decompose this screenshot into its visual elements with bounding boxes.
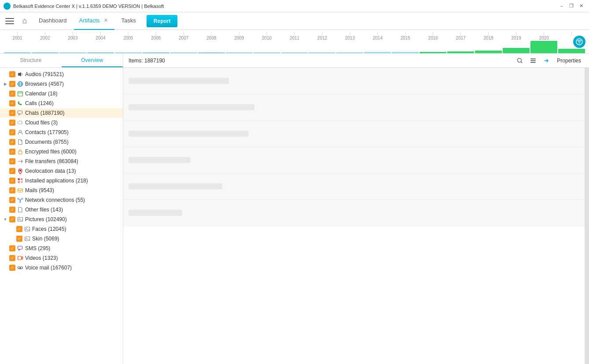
tree-item-skin[interactable]: ✓Skin (5069) [0, 234, 123, 244]
tree-check-voicemail[interactable]: ✓ [9, 265, 15, 271]
tree-check-mails[interactable]: ✓ [9, 187, 15, 193]
tab-structure-label: Structure [20, 57, 41, 63]
tree-expand-calendar [3, 91, 8, 96]
minimize-button[interactable]: − [557, 2, 566, 11]
tree-check-installedapps[interactable]: ✓ [9, 178, 15, 184]
timeline-bar-segment[interactable] [336, 52, 363, 53]
tree-item-network[interactable]: ✓Network connections (55) [0, 195, 123, 205]
tree-item-installedapps[interactable]: ✓Installed applications (218) [0, 176, 123, 186]
tree-check-documents[interactable]: ✓ [9, 139, 15, 145]
tree-item-browsers[interactable]: ▶✓Browsers (4567) [0, 79, 123, 89]
tree-item-voicemail[interactable]: ✓Voice mail (167607) [0, 263, 123, 273]
timeline-bar-segment[interactable] [309, 52, 335, 53]
tree-check-geo[interactable]: ✓ [9, 168, 15, 174]
tab-artifacts[interactable]: Artifacts ✕ [74, 12, 114, 30]
tree-check-calendar[interactable]: ✓ [9, 91, 15, 97]
tree-check-sms[interactable]: ✓ [9, 245, 15, 251]
timeline-bar-segment[interactable] [503, 48, 530, 53]
tree-check-skin[interactable]: ✓ [16, 236, 22, 242]
timeline-bar-segment[interactable] [447, 51, 474, 53]
tree-item-pictures[interactable]: ▼✓Pictures (102490) [0, 215, 123, 224]
report-button[interactable]: Report [147, 15, 178, 27]
tree-item-videos[interactable]: ✓Videos (1323) [0, 253, 123, 263]
titlebar-controls[interactable]: − ❐ ✕ [557, 2, 585, 11]
tree-check-contacts[interactable]: ✓ [9, 129, 15, 135]
tree-item-calendar[interactable]: ✓Calendar (18) [0, 89, 123, 98]
tree-item-audios[interactable]: ✓Audios (791521) [0, 69, 123, 79]
tree-check-cloudfiles[interactable]: ✓ [9, 120, 15, 126]
timeline-bar-segment[interactable] [226, 52, 253, 53]
tree-icon-network [17, 197, 24, 204]
timeline-bar-segment[interactable] [32, 52, 59, 53]
timeline-bar-segment[interactable] [87, 52, 114, 53]
timeline-year: 2007 [170, 32, 198, 40]
tree-item-faces[interactable]: ✓Faces (12045) [0, 224, 123, 234]
tree-check-audios[interactable]: ✓ [9, 71, 15, 77]
tree-check-filetransfers[interactable]: ✓ [9, 158, 15, 164]
timeline-bar-segment[interactable] [198, 52, 225, 53]
timeline-bar-segment[interactable] [530, 41, 557, 53]
tree-check-videos[interactable]: ✓ [9, 255, 15, 261]
tree-item-chats[interactable]: ✓Chats (1887190) [0, 108, 123, 118]
timeline-bar-segment[interactable] [115, 52, 142, 53]
navbar: ⌂ Dashboard Artifacts ✕ Tasks Report [0, 12, 589, 30]
tree-check-browsers[interactable]: ✓ [9, 81, 15, 87]
timeline-bar-segment[interactable] [392, 52, 419, 53]
tree-label-faces: Faces (12045) [32, 226, 120, 232]
timeline-bar-segment[interactable] [170, 52, 197, 53]
tree-item-mails[interactable]: ✓Mails (9543) [0, 186, 123, 195]
tree-item-sms[interactable]: ✓SMS (295) [0, 244, 123, 253]
tree-item-cloudfiles[interactable]: ✓Cloud files (3) [0, 118, 123, 127]
tree-check-calls[interactable]: ✓ [9, 100, 15, 106]
timeline-year: 2011 [281, 32, 309, 40]
tree-item-geo[interactable]: ✓Geolocation data (13) [0, 166, 123, 176]
timeline-bar-segment[interactable] [143, 52, 169, 53]
search-icon[interactable] [515, 55, 525, 66]
timeline-bar-segment[interactable] [420, 52, 446, 53]
tab-artifacts-close[interactable]: ✕ [103, 17, 109, 24]
timeline-filter-icon[interactable] [573, 36, 585, 48]
tree-item-filetransfers[interactable]: ✓File transfers (863084) [0, 157, 123, 166]
svg-point-12 [19, 170, 21, 171]
properties-button[interactable]: Properties [554, 57, 584, 65]
tree-item-contacts[interactable]: ✓Contacts (177905) [0, 127, 123, 137]
home-button[interactable]: ⌂ [18, 14, 32, 28]
close-button[interactable]: ✕ [577, 2, 585, 11]
tab-overview[interactable]: Overview [62, 54, 123, 67]
timeline-bar-segment[interactable] [364, 52, 391, 53]
timeline-bar-segment[interactable] [558, 49, 585, 53]
tree-check-chats[interactable]: ✓ [9, 110, 15, 116]
next-icon[interactable] [541, 55, 552, 66]
tree-expand-browsers[interactable]: ▶ [3, 81, 8, 87]
tree-item-documents[interactable]: ✓Documents (8755) [0, 137, 123, 147]
tree-label-skin: Skin (5069) [32, 236, 120, 242]
list-icon[interactable] [528, 55, 538, 66]
svg-rect-27 [25, 227, 30, 231]
timeline-bar-segment[interactable] [4, 52, 31, 53]
timeline-bar-segment[interactable] [475, 51, 502, 53]
restore-button[interactable]: ❐ [567, 2, 576, 11]
content-header: Items: 1887190 [123, 54, 589, 68]
tree-item-calls[interactable]: ✓Calls (1246) [0, 98, 123, 108]
tree-icon-encrypted [17, 148, 24, 155]
tab-structure[interactable]: Structure [0, 54, 62, 67]
timeline-bar-segment[interactable] [281, 52, 308, 53]
tree-check-faces[interactable]: ✓ [16, 226, 22, 232]
tree-item-otherfiles[interactable]: ✓Other files (143) [0, 205, 123, 215]
timeline-year: 2018 [475, 32, 502, 40]
hamburger-menu[interactable] [4, 15, 16, 27]
tab-dashboard[interactable]: Dashboard [33, 12, 72, 30]
tree-check-pictures[interactable]: ✓ [9, 216, 15, 222]
tree-check-otherfiles[interactable]: ✓ [9, 207, 15, 213]
timeline-bar-segment[interactable] [254, 52, 280, 53]
content-actions: Properties [515, 55, 584, 66]
scrollbar[interactable] [585, 68, 589, 364]
tab-tasks[interactable]: Tasks [116, 12, 141, 30]
svg-marker-1 [18, 72, 21, 76]
timeline-bar-segment[interactable] [59, 52, 86, 53]
tree-item-encrypted[interactable]: ✓Encrypted files (6000) [0, 147, 123, 157]
timeline-bar[interactable]: 2001200220032004200520062007200820092010… [0, 30, 589, 54]
tree-check-encrypted[interactable]: ✓ [9, 149, 15, 155]
tree-expand-pictures[interactable]: ▼ [3, 217, 8, 222]
tree-check-network[interactable]: ✓ [9, 197, 15, 203]
